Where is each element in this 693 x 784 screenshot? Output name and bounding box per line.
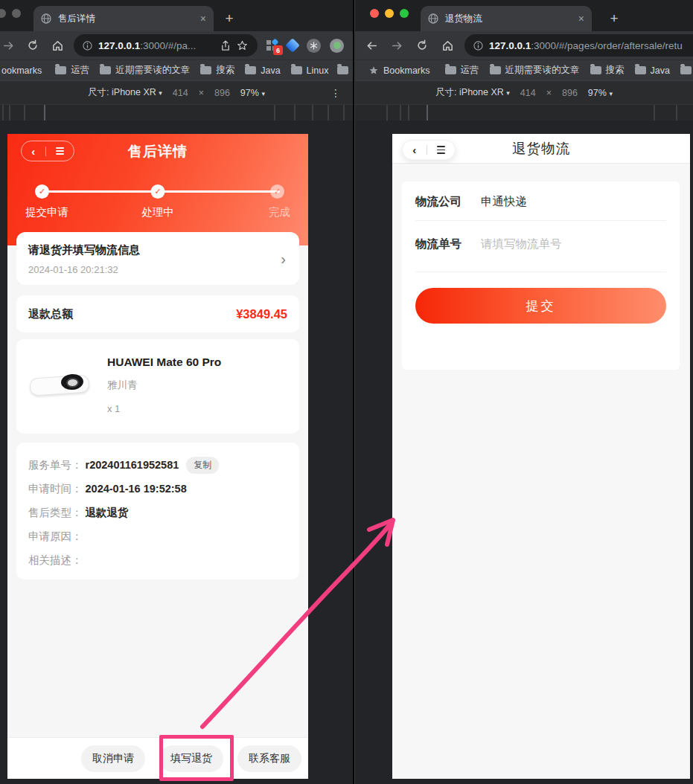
mobile-page-aftersale-detail: ‹ 售后详情 ✓ ✓ ✓ 提交申请 处理中 完成	[7, 134, 308, 779]
detail-row: 申请时间： 2024-01-16 19:52:58	[28, 477, 287, 501]
device-mode-background: ‹ 退货物流 物流公司 申通快递 物流单号 请填写物流单号 提交	[355, 121, 693, 784]
new-tab-button[interactable]: +	[605, 10, 623, 27]
cancel-apply-button[interactable]: 取消申请	[81, 745, 145, 772]
info-icon[interactable]	[83, 41, 92, 51]
url-path: :3000/#/pa...	[140, 40, 196, 51]
chevron-down-icon: ▾	[261, 90, 265, 97]
device-width[interactable]: 414	[520, 88, 536, 98]
device-width[interactable]: 414	[173, 88, 188, 98]
contact-service-button[interactable]: 联系客服	[237, 745, 301, 772]
step-label: 提交申请	[25, 205, 68, 219]
bookmarks-label[interactable]: Bookmarks	[368, 65, 430, 76]
more-menu-icon[interactable]: ⋮	[330, 87, 341, 99]
back-icon[interactable]: ‹	[412, 144, 416, 155]
mobile-page-return-logistics: ‹ 退货物流 物流公司 申通快递 物流单号 请填写物流单号 提交	[392, 134, 690, 779]
folder-icon	[100, 66, 111, 74]
divider	[45, 147, 46, 156]
chevron-right-icon[interactable]: ›	[281, 251, 287, 268]
page-header: ‹ 退货物流	[392, 134, 690, 164]
copy-button[interactable]: 复制	[186, 457, 219, 474]
step-check-icon: ✓	[151, 184, 165, 199]
zoom-selector[interactable]: 97% ▾	[588, 88, 613, 98]
notice-title: 请退货并填写物流信息	[28, 243, 281, 257]
traffic-light-icon[interactable]	[12, 9, 21, 18]
close-window-icon[interactable]	[370, 9, 379, 18]
bookmark-folder[interactable]: Java	[245, 65, 280, 76]
reload-icon[interactable]	[414, 37, 430, 54]
product-variant: 雅川青	[107, 379, 221, 392]
browser-tab[interactable]: 售后详情 ×	[33, 6, 214, 31]
profile-avatar[interactable]	[330, 39, 344, 53]
bookmark-folder[interactable]: 近期需要读的文章	[100, 64, 190, 77]
bookmark-folder[interactable]: 搜索	[590, 64, 625, 77]
reload-icon[interactable]	[25, 37, 41, 54]
traffic-light-icon[interactable]	[0, 9, 6, 18]
browser-tab[interactable]: 退货物流 ×	[421, 6, 592, 31]
bookmarks-label[interactable]: ookmarks	[1, 65, 42, 76]
forward-icon[interactable]	[389, 37, 405, 54]
extension-icon[interactable]	[307, 39, 321, 53]
company-label: 物流公司	[415, 194, 462, 210]
logistics-form-card: 物流公司 申通快递 物流单号 请填写物流单号 提交	[402, 181, 680, 370]
submit-button[interactable]: 提交	[415, 288, 666, 324]
company-row[interactable]: 物流公司 申通快递	[415, 181, 666, 221]
folder-icon[interactable]	[337, 66, 348, 74]
logistics-notice-card[interactable]: 请退货并填写物流信息 2024-01-16 20:21:32 ›	[16, 232, 299, 285]
tracking-number-input[interactable]: 请填写物流单号	[481, 237, 562, 252]
close-icon[interactable]: ×	[568, 13, 584, 25]
detail-row: 售后类型： 退款退货	[28, 501, 287, 524]
close-icon[interactable]: ×	[190, 13, 206, 25]
product-card[interactable]: HUAWEI Mate 60 Pro 雅川青 x 1	[16, 339, 299, 434]
folder-icon	[590, 66, 601, 74]
share-icon[interactable]	[217, 37, 234, 54]
new-tab-button[interactable]: +	[220, 10, 238, 27]
tab-strip: 退货物流 × +	[355, 0, 693, 31]
devtools-extension-icon[interactable]: 6	[266, 39, 278, 51]
tracking-label: 物流单号	[415, 237, 462, 252]
menu-icon[interactable]	[56, 147, 64, 155]
notice-timestamp: 2024-01-16 20:21:32	[28, 264, 281, 275]
menu-icon[interactable]	[437, 146, 445, 153]
nav-capsule: ‹	[402, 140, 456, 160]
maximize-window-icon[interactable]	[400, 9, 409, 18]
address-bar[interactable]: 127.0.0.1:3000/#/pa...	[74, 34, 258, 57]
device-size-selector[interactable]: 尺寸: iPhone XR ▾	[435, 86, 510, 99]
device-height[interactable]: 896	[214, 88, 230, 98]
device-ruler	[355, 104, 693, 121]
detail-label: 服务单号：	[28, 458, 83, 472]
chevron-down-icon: ▾	[506, 89, 510, 97]
folder-icon	[635, 66, 646, 74]
footer-action-bar: 取消申请 填写退货 联系客服	[7, 738, 308, 779]
company-value[interactable]: 申通快递	[481, 194, 527, 210]
aftersale-type: 退款退货	[86, 506, 129, 520]
zoom-selector[interactable]: 97% ▾	[240, 88, 265, 98]
home-icon[interactable]	[49, 37, 66, 54]
device-ruler	[0, 104, 353, 121]
bookmark-folder[interactable]: 搜索	[200, 64, 234, 77]
bookmark-folder[interactable]: 运营	[55, 64, 89, 77]
annotation-highlight-rectangle	[159, 735, 234, 781]
home-icon[interactable]	[439, 37, 456, 54]
product-quantity: x 1	[107, 403, 221, 414]
divider	[427, 145, 427, 155]
tracking-row[interactable]: 物流单号 请填写物流单号	[415, 221, 666, 272]
bookmark-folder[interactable]: 近期需要读的文章	[490, 64, 580, 77]
device-height[interactable]: 896	[562, 88, 578, 98]
minimize-window-icon[interactable]	[385, 9, 394, 18]
bookmark-star-icon[interactable]	[234, 37, 250, 54]
back-icon[interactable]	[363, 37, 380, 54]
folder-icon	[291, 66, 302, 74]
bookmark-folder[interactable]: Linux	[291, 65, 329, 76]
back-icon[interactable]: ‹	[31, 146, 35, 157]
address-bar[interactable]: 127.0.0.1:3000/#/pages/order/aftersale/r…	[464, 34, 693, 57]
info-icon[interactable]	[473, 41, 483, 51]
forward-icon[interactable]	[0, 37, 16, 54]
detail-row: 申请原因：	[28, 524, 287, 548]
bookmark-folder[interactable]: Java	[635, 65, 670, 76]
browser-window-right: 退货物流 × + 127.0.0.1:3000/#/pages/order/af…	[355, 0, 693, 784]
bookmark-folder[interactable]: 运营	[445, 64, 479, 77]
device-size-selector[interactable]: 尺寸: iPhone XR ▾	[88, 86, 162, 99]
gem-extension-icon[interactable]	[285, 38, 300, 53]
folder-icon[interactable]	[680, 66, 692, 74]
step-label: 完成	[269, 205, 290, 219]
